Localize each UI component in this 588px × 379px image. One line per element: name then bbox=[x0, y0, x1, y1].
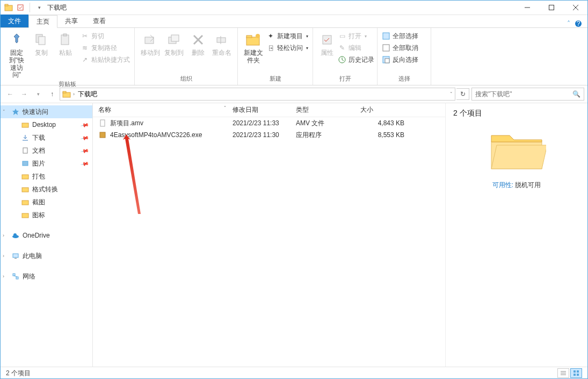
nav-desktop[interactable]: Desktop📌 bbox=[1, 118, 92, 131]
paste-button[interactable]: 粘贴 bbox=[54, 30, 77, 79]
edit-button[interactable]: ✎编辑 bbox=[338, 42, 374, 54]
col-date[interactable]: 修改日期 bbox=[233, 105, 296, 115]
chevron-down-icon[interactable]: ˅ bbox=[450, 91, 453, 97]
copyto-button[interactable]: 复制到 bbox=[163, 30, 185, 74]
svg-rect-13 bbox=[145, 37, 154, 44]
nav-back-button[interactable]: ← bbox=[4, 88, 17, 101]
nav-screenshot[interactable]: 截图 bbox=[1, 196, 92, 209]
svg-rect-56 bbox=[574, 374, 576, 376]
close-button[interactable] bbox=[563, 1, 587, 15]
selectall-icon bbox=[382, 32, 390, 40]
col-type[interactable]: 类型 bbox=[296, 105, 360, 115]
file-list: 名称˅ 修改日期 类型 大小 新项目.amv 2021/2/23 11:33 A… bbox=[93, 103, 445, 367]
view-details-button[interactable] bbox=[557, 368, 569, 378]
picture-icon bbox=[21, 159, 30, 168]
nav-quickaccess[interactable]: ˅快速访问 bbox=[1, 105, 92, 118]
nav-recent-button[interactable]: ▾ bbox=[32, 88, 45, 101]
refresh-button[interactable]: ↻ bbox=[456, 88, 469, 100]
nav-pictures[interactable]: 图片📌 bbox=[1, 157, 92, 170]
collapse-ribbon-icon[interactable]: ˄ bbox=[567, 20, 570, 27]
svg-rect-55 bbox=[577, 370, 579, 373]
svg-rect-21 bbox=[246, 35, 252, 38]
tab-file[interactable]: 文件 bbox=[1, 15, 28, 27]
qat-dropdown-icon[interactable]: ▾ bbox=[34, 3, 44, 12]
search-icon[interactable]: 🔍 bbox=[572, 90, 580, 98]
moveto-icon bbox=[142, 31, 159, 48]
rename-button[interactable]: 重命名 bbox=[210, 30, 233, 74]
view-icons-button[interactable] bbox=[570, 368, 582, 378]
copypath-button[interactable]: ≋复制路径 bbox=[81, 42, 130, 54]
svg-rect-30 bbox=[63, 91, 66, 93]
big-folder-icon bbox=[487, 128, 546, 172]
svg-rect-32 bbox=[22, 123, 28, 127]
svg-rect-44 bbox=[16, 277, 18, 279]
easyaccess-button[interactable]: ⍈轻松访问▾ bbox=[266, 42, 308, 54]
tab-view[interactable]: 查看 bbox=[85, 15, 113, 27]
svg-rect-33 bbox=[23, 148, 27, 153]
group-new-label: 新建 bbox=[242, 74, 308, 85]
nav-icons[interactable]: 图标 bbox=[1, 209, 92, 221]
pin-icon: 📌 bbox=[81, 146, 89, 155]
cut-button[interactable]: ✂剪切 bbox=[81, 30, 130, 42]
download-icon bbox=[21, 133, 30, 142]
nav-convert[interactable]: 格式转换 bbox=[1, 183, 92, 196]
shortcut-icon: ↗ bbox=[81, 55, 89, 64]
pin-icon: 📌 bbox=[81, 120, 89, 129]
document-icon bbox=[21, 146, 30, 155]
file-row[interactable]: 4EasysoftMP4toAMVC3226.exe 2021/2/23 11:… bbox=[93, 129, 445, 141]
file-row[interactable]: 新项目.amv 2021/2/23 11:33 AMV 文件 4,843 KB bbox=[93, 117, 445, 129]
nav-thispc[interactable]: ›此电脑 bbox=[1, 249, 92, 262]
computer-icon bbox=[11, 252, 20, 260]
nav-network[interactable]: ›网络 bbox=[1, 270, 92, 283]
chevron-right-icon[interactable]: › bbox=[3, 274, 4, 279]
tab-home[interactable]: 主页 bbox=[28, 15, 57, 28]
svg-rect-1 bbox=[5, 4, 8, 6]
item-count: 2 个项目 bbox=[453, 109, 580, 118]
svg-rect-46 bbox=[100, 120, 105, 126]
chevron-down-icon[interactable]: ˅ bbox=[3, 109, 5, 115]
nav-documents[interactable]: 文档📌 bbox=[1, 144, 92, 157]
svg-marker-50 bbox=[491, 145, 546, 169]
newfolder-button[interactable]: 新建文件夹 bbox=[242, 30, 264, 74]
newitem-button[interactable]: ✦新建项目▾ bbox=[266, 30, 308, 42]
selectall-button[interactable]: 全部选择 bbox=[382, 30, 418, 42]
minimize-button[interactable] bbox=[515, 1, 539, 15]
nav-pack[interactable]: 打包 bbox=[1, 170, 92, 183]
qat-properties-icon[interactable] bbox=[16, 3, 25, 12]
tab-share[interactable]: 共享 bbox=[57, 15, 85, 27]
folder-icon bbox=[21, 120, 30, 129]
selectnone-icon bbox=[382, 44, 390, 52]
pin-quickaccess-button[interactable]: 固定到"快速访问" bbox=[5, 30, 28, 79]
history-button[interactable]: 历史记录 bbox=[338, 54, 374, 66]
nav-onedrive[interactable]: ›OneDrive bbox=[1, 229, 92, 242]
breadcrumb-segment[interactable]: 下载吧 bbox=[77, 90, 98, 99]
chevron-right-icon[interactable]: › bbox=[73, 91, 75, 97]
chevron-right-icon[interactable]: › bbox=[3, 253, 4, 259]
ribbon-tabs: 文件 主页 共享 查看 ˄ ? bbox=[1, 15, 587, 28]
invert-button[interactable]: 反向选择 bbox=[382, 54, 418, 66]
titlebar: ▾ 下载吧 bbox=[1, 1, 587, 15]
address-bar: ← → ▾ ↑ › 下载吧 ˅ ↻ 🔍 bbox=[1, 85, 587, 103]
search-input[interactable] bbox=[475, 90, 572, 98]
open-button[interactable]: ▭打开▾ bbox=[338, 30, 374, 42]
nav-downloads[interactable]: 下载📌 bbox=[1, 131, 92, 144]
moveto-button[interactable]: 移动到 bbox=[139, 30, 162, 74]
search-box[interactable]: 🔍 bbox=[471, 88, 584, 101]
breadcrumb[interactable]: › 下载吧 ˅ bbox=[60, 88, 455, 101]
help-icon[interactable]: ? bbox=[575, 20, 582, 27]
history-icon bbox=[338, 55, 346, 64]
copy-button[interactable]: 复制 bbox=[30, 30, 53, 79]
svg-rect-11 bbox=[61, 35, 69, 45]
chevron-right-icon[interactable]: › bbox=[3, 233, 4, 238]
col-size[interactable]: 大小 bbox=[360, 105, 430, 115]
col-name[interactable]: 名称˅ bbox=[93, 105, 233, 115]
nav-up-button[interactable]: ↑ bbox=[46, 88, 59, 101]
maximize-button[interactable] bbox=[539, 1, 563, 15]
pasteshortcut-button[interactable]: ↗粘贴快捷方式 bbox=[81, 54, 130, 66]
folder-icon bbox=[21, 185, 30, 194]
delete-button[interactable]: 删除 bbox=[187, 30, 209, 74]
properties-button[interactable]: 属性 bbox=[317, 30, 337, 74]
folder-icon bbox=[21, 172, 30, 181]
selectnone-button[interactable]: 全部取消 bbox=[382, 42, 418, 54]
paste-icon bbox=[57, 31, 74, 48]
